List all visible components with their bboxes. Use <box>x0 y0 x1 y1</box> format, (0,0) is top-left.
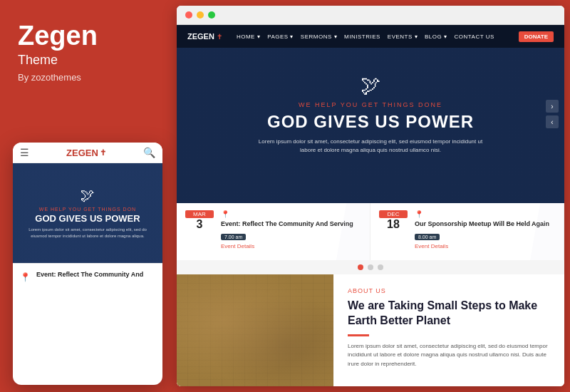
event-month-1: Mar <box>185 210 214 218</box>
mobile-hero-tagline: WE HELP YOU GET THINGS DON <box>39 207 136 212</box>
mobile-mockup: ☰ ZEGEN ✝ 🔍 🕊 WE HELP YOU GET THINGS DON… <box>13 143 162 385</box>
about-section: ABOUT US We are Taking Small Steps to Ma… <box>177 274 564 386</box>
nav-donate-button[interactable]: DONATE <box>519 31 554 42</box>
event-pin-icon-2: 📍 <box>415 210 423 218</box>
brand-subtitle: Theme <box>18 53 153 68</box>
about-label: ABOUT US <box>348 287 550 294</box>
event-day-2: 18 <box>379 218 408 231</box>
event-title-2: Our Sponsorship Meetup Will Be Held Agai… <box>415 220 555 229</box>
mobile-logo: ZEGEN ✝ <box>66 148 106 158</box>
mobile-hero: 🕊 WE HELP YOU GET THINGS DON GOD GIVES U… <box>13 163 162 263</box>
hero-dove-icon: 🕊 <box>256 73 484 97</box>
hero-section: ZEGEN ✝ HOME ▾ PAGES ▾ SERMONS ▾ MINISTR… <box>177 25 564 203</box>
event-link-2[interactable]: Event Details <box>415 243 555 249</box>
mobile-event-pin-icon: 📍 <box>20 272 31 282</box>
dot-1[interactable] <box>358 264 363 270</box>
nav-item-ministries[interactable]: MINISTRIES <box>344 33 380 40</box>
about-content: ABOUT US We are Taking Small Steps to Ma… <box>333 274 564 386</box>
mobile-search-icon[interactable]: 🔍 <box>143 147 155 158</box>
mobile-logo-text: ZEGEN <box>66 148 98 158</box>
about-underline <box>348 334 369 336</box>
nav-items: HOME ▾ PAGES ▾ SERMONS ▾ MINISTRIES EVEN… <box>237 33 519 40</box>
left-panel: Zegen Theme By zozothemes ☰ ZEGEN ✝ 🔍 🕊 … <box>0 0 171 392</box>
mobile-cross-icon: ✝ <box>100 148 106 158</box>
browser-maximize-btn[interactable] <box>208 11 215 19</box>
mobile-hero-dove-icon: 🕊 <box>81 187 95 204</box>
browser-close-btn[interactable] <box>185 11 192 19</box>
nav-cross-icon: ✝ <box>217 33 222 41</box>
nav-item-home[interactable]: HOME ▾ <box>237 33 260 40</box>
mobile-top-bar: ☰ ZEGEN ✝ 🔍 <box>13 143 162 163</box>
hero-prev-arrow[interactable]: ‹ <box>546 115 559 128</box>
about-text: Lorem ipsum dolor sit amet, consectetur … <box>348 342 550 369</box>
nav-logo: ZEGEN ✝ <box>187 32 222 41</box>
event-pin-icon-1: 📍 <box>221 210 229 218</box>
event-day-1: 3 <box>185 218 214 231</box>
browser-minimize-btn[interactable] <box>197 11 204 19</box>
about-title: We are Taking Small Steps to Make Earth … <box>348 299 550 329</box>
mobile-hero-text: Lorem ipsum dolor sit amet, consectetur … <box>20 227 155 239</box>
hero-tagline: WE HELP YOU GET THINGS DONE <box>256 101 484 108</box>
mobile-event-title: Event: Reflect The Community And <box>36 271 143 279</box>
event-card-1: Mar 3 📍 Event: Reflect The Community And… <box>177 203 370 260</box>
about-image-interior <box>177 274 333 386</box>
brand-by: By zozothemes <box>18 72 153 83</box>
nav-item-sermons[interactable]: SERMONS ▾ <box>301 33 337 40</box>
event-time-2: 8.00 am <box>415 234 440 240</box>
brand-title: Zegen <box>18 21 153 51</box>
event-card-2: Dec 18 📍 Our Sponsorship Meetup Will Be … <box>370 203 564 260</box>
event-info-2: 📍 Our Sponsorship Meetup Will Be Held Ag… <box>415 210 555 249</box>
about-image <box>177 274 333 386</box>
event-date-2: Dec 18 <box>379 210 408 231</box>
carousel-dots <box>177 260 564 274</box>
mobile-event-item: 📍 Event: Reflect The Community And <box>13 263 162 289</box>
nav-bar: ZEGEN ✝ HOME ▾ PAGES ▾ SERMONS ▾ MINISTR… <box>177 25 564 48</box>
nav-item-pages[interactable]: PAGES ▾ <box>267 33 294 40</box>
hero-content: 🕊 WE HELP YOU GET THINGS DONE GOD GIVES … <box>256 73 484 155</box>
nav-item-blog[interactable]: BLOG ▾ <box>425 33 447 40</box>
hero-title: GOD GIVES US POWER <box>256 112 484 132</box>
event-info-1: 📍 Event: Reflect The Community And Servi… <box>221 210 361 249</box>
browser-chrome <box>177 6 564 25</box>
hero-description: Lorem ipsum dolor sit amet, consectetur … <box>256 138 484 155</box>
event-month-2: Dec <box>379 210 408 218</box>
event-link-1[interactable]: Event Details <box>221 243 361 249</box>
mobile-hero-title: GOD GIVES US POWER <box>35 213 140 225</box>
hero-next-arrow[interactable]: › <box>546 100 559 113</box>
event-title-1: Event: Reflect The Community And Serving <box>221 220 361 229</box>
hero-arrows: › ‹ <box>546 100 559 128</box>
nav-item-contact[interactable]: CONTACT US <box>454 33 494 40</box>
nav-logo-text: ZEGEN <box>187 32 214 41</box>
browser-mockup: ZEGEN ✝ HOME ▾ PAGES ▾ SERMONS ▾ MINISTR… <box>177 6 564 386</box>
mobile-hamburger-icon: ☰ <box>20 147 29 158</box>
dot-3[interactable] <box>378 264 383 270</box>
event-time-1: 7.00 am <box>221 234 246 240</box>
nav-item-events[interactable]: EVENTS ▾ <box>388 33 418 40</box>
dot-2[interactable] <box>368 264 373 270</box>
events-strip: Mar 3 📍 Event: Reflect The Community And… <box>177 203 564 260</box>
event-date-1: Mar 3 <box>185 210 214 231</box>
